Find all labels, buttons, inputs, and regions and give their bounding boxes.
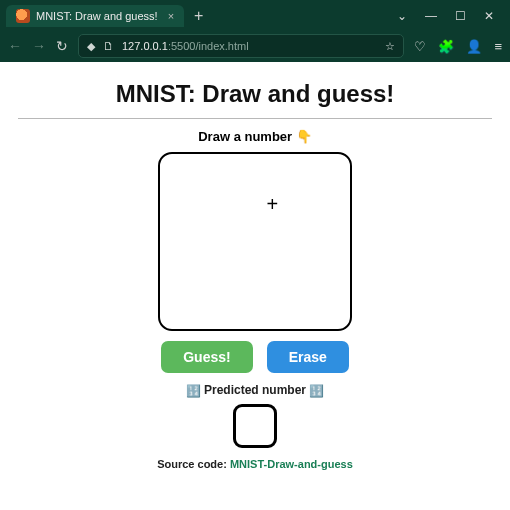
drawing-canvas[interactable]: + [158, 152, 352, 331]
tab-bar: MNIST: Draw and guess! × + ⌄ ― ☐ ✕ [0, 0, 510, 30]
address-bar[interactable]: ◆ 🗋 127.0.0.1:5500/index.html ☆ [78, 34, 404, 58]
window-controls: ⌄ ― ☐ ✕ [397, 9, 504, 23]
shield-icon[interactable]: ◆ [87, 40, 95, 53]
back-button[interactable]: ← [8, 38, 22, 54]
source-code-line: Source code: MNIST-Draw-and-guess [18, 458, 492, 470]
button-row: Guess! Erase [18, 341, 492, 373]
bookmark-star-icon[interactable]: ☆ [385, 40, 395, 53]
url-host: 127.0.0.1:5500/index.html [122, 40, 249, 52]
number-emoji-icon: 🔢 [309, 384, 324, 398]
close-tab-icon[interactable]: × [168, 10, 174, 22]
cursor-crosshair-icon: + [266, 193, 278, 216]
browser-chrome: MNIST: Draw and guess! × + ⌄ ― ☐ ✕ ← → ↻… [0, 0, 510, 62]
favicon-icon [16, 9, 30, 23]
menu-icon[interactable]: ≡ [494, 39, 502, 54]
page-content: MNIST: Draw and guess! Draw a number 👇 +… [0, 62, 510, 470]
source-code-link[interactable]: MNIST-Draw-and-guess [230, 458, 353, 470]
file-icon: 🗋 [103, 40, 114, 52]
toolbar-right-icons: ♡ 🧩 👤 ≡ [414, 39, 502, 54]
forward-button[interactable]: → [32, 38, 46, 54]
tab-title: MNIST: Draw and guess! [36, 10, 158, 22]
close-window-button[interactable]: ✕ [484, 9, 494, 23]
reload-button[interactable]: ↻ [56, 38, 68, 54]
account-icon[interactable]: 👤 [466, 39, 482, 54]
maximize-button[interactable]: ☐ [455, 9, 466, 23]
point-down-icon: 👇 [296, 129, 312, 144]
predicted-label: 🔢 Predicted number 🔢 [18, 383, 492, 398]
minimize-button[interactable]: ― [425, 9, 437, 23]
prediction-output-box [233, 404, 277, 448]
save-icon[interactable]: ♡ [414, 39, 426, 54]
number-emoji-icon: 🔢 [186, 384, 201, 398]
draw-prompt: Draw a number 👇 [18, 129, 492, 144]
guess-button[interactable]: Guess! [161, 341, 252, 373]
browser-tab[interactable]: MNIST: Draw and guess! × [6, 5, 184, 27]
chevron-down-icon[interactable]: ⌄ [397, 9, 407, 23]
page-title: MNIST: Draw and guess! [18, 80, 492, 108]
new-tab-button[interactable]: + [194, 8, 203, 24]
extensions-icon[interactable]: 🧩 [438, 39, 454, 54]
toolbar: ← → ↻ ◆ 🗋 127.0.0.1:5500/index.html ☆ ♡ … [0, 30, 510, 62]
divider [18, 118, 492, 119]
erase-button[interactable]: Erase [267, 341, 349, 373]
